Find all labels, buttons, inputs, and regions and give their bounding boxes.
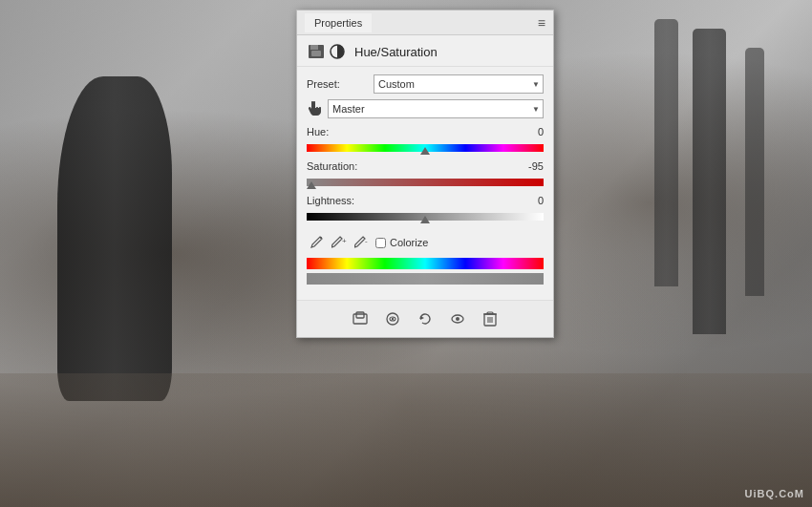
tree-right1 [693, 29, 726, 334]
lightness-thumb[interactable] [420, 216, 430, 223]
ground [0, 373, 812, 507]
svg-text:-: - [365, 237, 368, 245]
hand-tool-icon [307, 100, 324, 117]
watermark: UiBQ.CoM [745, 488, 804, 499]
panel-body: Preset: Custom Default Cyanotype Sepia ▼ [297, 67, 553, 292]
colorize-text: Colorize [390, 237, 428, 248]
svg-rect-1 [310, 45, 318, 50]
hue-header: Hue: 0 [307, 126, 544, 137]
eyedropper-button[interactable] [307, 233, 326, 252]
reset-icon [417, 311, 433, 327]
lightness-section: Lightness: 0 [307, 195, 544, 225]
color-bar-gray [307, 273, 544, 285]
hue-track [307, 144, 544, 152]
svg-rect-8 [356, 312, 364, 318]
lightness-value: 0 [515, 195, 544, 206]
tree-left [57, 76, 172, 401]
channel-row: Master Reds Yellows Greens Cyans Blues M… [307, 99, 544, 118]
subheader-title: Hue/Saturation [354, 45, 438, 59]
svg-rect-7 [353, 314, 367, 324]
save-icon [307, 43, 326, 60]
hue-label: Hue: [307, 126, 329, 137]
adjustment-icons [307, 43, 347, 60]
clip-icon [353, 311, 368, 327]
trash-icon [483, 311, 497, 327]
saturation-section: Saturation: -95 [307, 160, 544, 191]
saturation-track [307, 179, 544, 186]
hand-icon [307, 100, 328, 117]
eyedropper-add-icon: + [331, 236, 347, 249]
adjustment-circle-icon [328, 43, 347, 60]
color-bar-rainbow [307, 258, 544, 269]
lightness-header: Lightness: 0 [307, 195, 544, 206]
panel-header: Properties ≡ [297, 11, 553, 35]
svg-point-11 [392, 318, 394, 320]
colorize-checkbox[interactable] [375, 238, 386, 248]
channel-select-wrapper: Master Reds Yellows Greens Cyans Blues M… [328, 99, 544, 118]
saturation-thumb[interactable] [307, 181, 316, 189]
saturation-track-wrapper[interactable] [307, 174, 544, 191]
toggle-visibility-button[interactable] [447, 308, 468, 329]
saturation-value: -95 [515, 160, 544, 172]
saturation-header: Saturation: -95 [307, 160, 544, 172]
svg-point-14 [456, 317, 459, 321]
delete-button[interactable] [480, 308, 501, 329]
lightness-track-wrapper[interactable] [307, 208, 544, 225]
preset-row: Preset: Custom Default Cyanotype Sepia ▼ [307, 74, 544, 94]
hue-value: 0 [515, 126, 544, 137]
reset-button[interactable] [415, 308, 436, 329]
saturation-label: Saturation: [307, 160, 357, 172]
svg-marker-12 [420, 316, 424, 320]
lightness-label: Lightness: [307, 195, 354, 206]
tree-right2 [654, 19, 678, 286]
eyedropper-sub-button[interactable]: - [353, 233, 372, 252]
properties-panel: Properties ≡ Hue/Saturation Preset: [296, 10, 554, 338]
hue-thumb[interactable] [420, 147, 430, 155]
previous-state-button[interactable] [382, 308, 403, 329]
lightness-track [307, 213, 544, 221]
visibility-icon [450, 311, 465, 327]
eyedropper-icon [310, 236, 323, 249]
svg-rect-2 [311, 51, 321, 56]
panel-footer [297, 300, 553, 337]
eyedropper-sub-icon: - [354, 236, 370, 249]
colorize-label[interactable]: Colorize [375, 237, 428, 248]
channel-select[interactable]: Master Reds Yellows Greens Cyans Blues M… [328, 99, 544, 118]
eye-circle-icon [385, 311, 400, 327]
svg-point-4 [320, 237, 322, 239]
tools-row: + - Colorize [307, 233, 544, 252]
hue-section: Hue: 0 [307, 126, 544, 157]
preset-label: Preset: [307, 78, 374, 90]
panel-menu-icon[interactable]: ≡ [538, 15, 545, 31]
svg-text:+: + [342, 237, 347, 245]
clip-button[interactable] [350, 308, 371, 329]
color-bar-section [307, 258, 544, 285]
hue-track-wrapper[interactable] [307, 139, 544, 157]
panel-subheader: Hue/Saturation [297, 35, 553, 67]
properties-tab[interactable]: Properties [305, 13, 372, 32]
svg-rect-17 [487, 312, 493, 314]
eyedropper-add-button[interactable]: + [330, 233, 349, 252]
tree-right3 [745, 48, 764, 296]
panel-header-left: Properties [305, 13, 372, 32]
preset-select[interactable]: Custom Default Cyanotype Sepia [374, 74, 544, 94]
preset-select-wrapper: Custom Default Cyanotype Sepia ▼ [374, 74, 544, 94]
